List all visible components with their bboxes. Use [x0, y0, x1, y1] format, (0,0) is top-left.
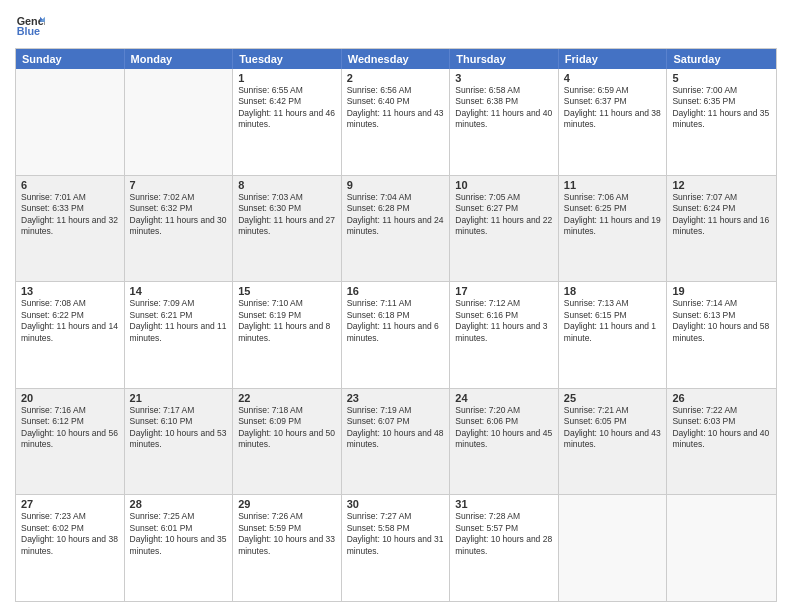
header-cell-friday: Friday: [559, 49, 668, 69]
day-number: 13: [21, 285, 119, 297]
calendar-cell-31: 31Sunrise: 7:28 AM Sunset: 5:57 PM Dayli…: [450, 495, 559, 601]
calendar-cell-28: 28Sunrise: 7:25 AM Sunset: 6:01 PM Dayli…: [125, 495, 234, 601]
calendar-cell-19: 19Sunrise: 7:14 AM Sunset: 6:13 PM Dayli…: [667, 282, 776, 388]
calendar-cell-16: 16Sunrise: 7:11 AM Sunset: 6:18 PM Dayli…: [342, 282, 451, 388]
calendar-cell-14: 14Sunrise: 7:09 AM Sunset: 6:21 PM Dayli…: [125, 282, 234, 388]
header-cell-sunday: Sunday: [16, 49, 125, 69]
calendar-cell-15: 15Sunrise: 7:10 AM Sunset: 6:19 PM Dayli…: [233, 282, 342, 388]
cell-text: Sunrise: 7:03 AM Sunset: 6:30 PM Dayligh…: [238, 192, 336, 238]
calendar-cell-empty-0-0: [16, 69, 125, 175]
cell-text: Sunrise: 7:02 AM Sunset: 6:32 PM Dayligh…: [130, 192, 228, 238]
cell-text: Sunrise: 7:07 AM Sunset: 6:24 PM Dayligh…: [672, 192, 771, 238]
day-number: 31: [455, 498, 553, 510]
calendar-cell-20: 20Sunrise: 7:16 AM Sunset: 6:12 PM Dayli…: [16, 389, 125, 495]
calendar-cell-30: 30Sunrise: 7:27 AM Sunset: 5:58 PM Dayli…: [342, 495, 451, 601]
header-cell-tuesday: Tuesday: [233, 49, 342, 69]
calendar-cell-18: 18Sunrise: 7:13 AM Sunset: 6:15 PM Dayli…: [559, 282, 668, 388]
calendar-cell-4: 4Sunrise: 6:59 AM Sunset: 6:37 PM Daylig…: [559, 69, 668, 175]
day-number: 1: [238, 72, 336, 84]
calendar-row-2: 13Sunrise: 7:08 AM Sunset: 6:22 PM Dayli…: [16, 282, 776, 389]
cell-text: Sunrise: 7:04 AM Sunset: 6:28 PM Dayligh…: [347, 192, 445, 238]
header-cell-wednesday: Wednesday: [342, 49, 451, 69]
cell-text: Sunrise: 7:16 AM Sunset: 6:12 PM Dayligh…: [21, 405, 119, 451]
day-number: 16: [347, 285, 445, 297]
cell-text: Sunrise: 7:11 AM Sunset: 6:18 PM Dayligh…: [347, 298, 445, 344]
day-number: 2: [347, 72, 445, 84]
calendar-cell-1: 1Sunrise: 6:55 AM Sunset: 6:42 PM Daylig…: [233, 69, 342, 175]
calendar-cell-21: 21Sunrise: 7:17 AM Sunset: 6:10 PM Dayli…: [125, 389, 234, 495]
calendar-cell-2: 2Sunrise: 6:56 AM Sunset: 6:40 PM Daylig…: [342, 69, 451, 175]
calendar-row-0: 1Sunrise: 6:55 AM Sunset: 6:42 PM Daylig…: [16, 69, 776, 176]
calendar-cell-13: 13Sunrise: 7:08 AM Sunset: 6:22 PM Dayli…: [16, 282, 125, 388]
cell-text: Sunrise: 7:20 AM Sunset: 6:06 PM Dayligh…: [455, 405, 553, 451]
cell-text: Sunrise: 7:12 AM Sunset: 6:16 PM Dayligh…: [455, 298, 553, 344]
day-number: 26: [672, 392, 771, 404]
day-number: 19: [672, 285, 771, 297]
day-number: 14: [130, 285, 228, 297]
day-number: 20: [21, 392, 119, 404]
cell-text: Sunrise: 6:56 AM Sunset: 6:40 PM Dayligh…: [347, 85, 445, 131]
cell-text: Sunrise: 7:27 AM Sunset: 5:58 PM Dayligh…: [347, 511, 445, 557]
calendar-cell-6: 6Sunrise: 7:01 AM Sunset: 6:33 PM Daylig…: [16, 176, 125, 282]
cell-text: Sunrise: 7:05 AM Sunset: 6:27 PM Dayligh…: [455, 192, 553, 238]
day-number: 17: [455, 285, 553, 297]
cell-text: Sunrise: 6:58 AM Sunset: 6:38 PM Dayligh…: [455, 85, 553, 131]
day-number: 6: [21, 179, 119, 191]
cell-text: Sunrise: 7:19 AM Sunset: 6:07 PM Dayligh…: [347, 405, 445, 451]
logo-icon: General Blue: [15, 10, 45, 40]
calendar-cell-11: 11Sunrise: 7:06 AM Sunset: 6:25 PM Dayli…: [559, 176, 668, 282]
day-number: 18: [564, 285, 662, 297]
calendar-cell-10: 10Sunrise: 7:05 AM Sunset: 6:27 PM Dayli…: [450, 176, 559, 282]
day-number: 23: [347, 392, 445, 404]
cell-text: Sunrise: 7:13 AM Sunset: 6:15 PM Dayligh…: [564, 298, 662, 344]
cell-text: Sunrise: 7:09 AM Sunset: 6:21 PM Dayligh…: [130, 298, 228, 344]
cell-text: Sunrise: 7:28 AM Sunset: 5:57 PM Dayligh…: [455, 511, 553, 557]
day-number: 21: [130, 392, 228, 404]
day-number: 3: [455, 72, 553, 84]
page-header: General Blue: [15, 10, 777, 40]
logo: General Blue: [15, 10, 45, 40]
calendar-cell-27: 27Sunrise: 7:23 AM Sunset: 6:02 PM Dayli…: [16, 495, 125, 601]
day-number: 24: [455, 392, 553, 404]
cell-text: Sunrise: 7:00 AM Sunset: 6:35 PM Dayligh…: [672, 85, 771, 131]
calendar-row-3: 20Sunrise: 7:16 AM Sunset: 6:12 PM Dayli…: [16, 389, 776, 496]
cell-text: Sunrise: 7:18 AM Sunset: 6:09 PM Dayligh…: [238, 405, 336, 451]
calendar-cell-empty-4-5: [559, 495, 668, 601]
day-number: 25: [564, 392, 662, 404]
day-number: 22: [238, 392, 336, 404]
calendar-cell-empty-0-1: [125, 69, 234, 175]
calendar-cell-23: 23Sunrise: 7:19 AM Sunset: 6:07 PM Dayli…: [342, 389, 451, 495]
calendar-cell-17: 17Sunrise: 7:12 AM Sunset: 6:16 PM Dayli…: [450, 282, 559, 388]
day-number: 9: [347, 179, 445, 191]
calendar-cell-7: 7Sunrise: 7:02 AM Sunset: 6:32 PM Daylig…: [125, 176, 234, 282]
calendar-cell-22: 22Sunrise: 7:18 AM Sunset: 6:09 PM Dayli…: [233, 389, 342, 495]
cell-text: Sunrise: 7:25 AM Sunset: 6:01 PM Dayligh…: [130, 511, 228, 557]
day-number: 30: [347, 498, 445, 510]
day-number: 29: [238, 498, 336, 510]
cell-text: Sunrise: 7:10 AM Sunset: 6:19 PM Dayligh…: [238, 298, 336, 344]
calendar-cell-empty-4-6: [667, 495, 776, 601]
calendar-cell-5: 5Sunrise: 7:00 AM Sunset: 6:35 PM Daylig…: [667, 69, 776, 175]
calendar-body: 1Sunrise: 6:55 AM Sunset: 6:42 PM Daylig…: [16, 69, 776, 601]
cell-text: Sunrise: 6:59 AM Sunset: 6:37 PM Dayligh…: [564, 85, 662, 131]
header-cell-thursday: Thursday: [450, 49, 559, 69]
cell-text: Sunrise: 7:06 AM Sunset: 6:25 PM Dayligh…: [564, 192, 662, 238]
calendar-cell-25: 25Sunrise: 7:21 AM Sunset: 6:05 PM Dayli…: [559, 389, 668, 495]
calendar-row-4: 27Sunrise: 7:23 AM Sunset: 6:02 PM Dayli…: [16, 495, 776, 601]
cell-text: Sunrise: 7:22 AM Sunset: 6:03 PM Dayligh…: [672, 405, 771, 451]
calendar: SundayMondayTuesdayWednesdayThursdayFrid…: [15, 48, 777, 602]
calendar-cell-3: 3Sunrise: 6:58 AM Sunset: 6:38 PM Daylig…: [450, 69, 559, 175]
cell-text: Sunrise: 7:08 AM Sunset: 6:22 PM Dayligh…: [21, 298, 119, 344]
day-number: 5: [672, 72, 771, 84]
day-number: 10: [455, 179, 553, 191]
calendar-cell-24: 24Sunrise: 7:20 AM Sunset: 6:06 PM Dayli…: [450, 389, 559, 495]
calendar-cell-29: 29Sunrise: 7:26 AM Sunset: 5:59 PM Dayli…: [233, 495, 342, 601]
day-number: 15: [238, 285, 336, 297]
calendar-cell-12: 12Sunrise: 7:07 AM Sunset: 6:24 PM Dayli…: [667, 176, 776, 282]
calendar-header: SundayMondayTuesdayWednesdayThursdayFrid…: [16, 49, 776, 69]
day-number: 27: [21, 498, 119, 510]
day-number: 7: [130, 179, 228, 191]
day-number: 11: [564, 179, 662, 191]
day-number: 8: [238, 179, 336, 191]
cell-text: Sunrise: 7:01 AM Sunset: 6:33 PM Dayligh…: [21, 192, 119, 238]
